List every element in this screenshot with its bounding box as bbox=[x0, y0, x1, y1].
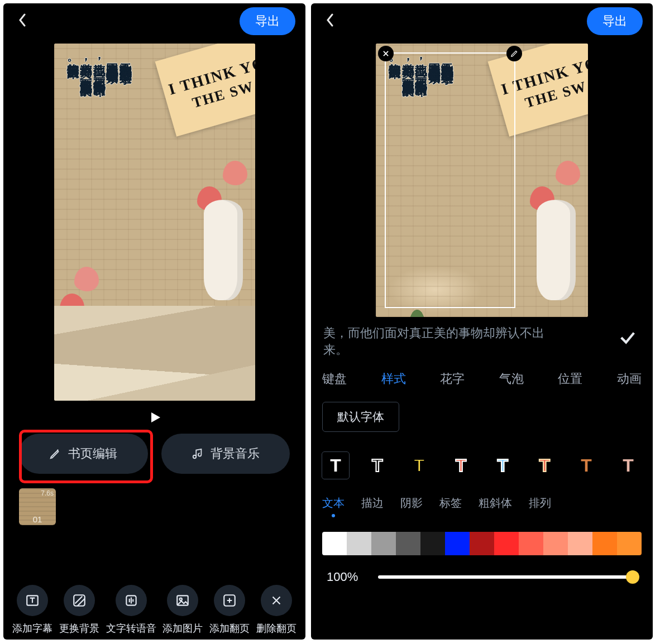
color-swatch[interactable] bbox=[519, 532, 543, 555]
chevron-left-icon bbox=[326, 13, 334, 27]
vertical-text-block: 无数琐碎事务都被冠上了美这个字， 因此真正具有美的事物便被剥夺了崇 高地位，他们… bbox=[66, 54, 132, 75]
tab-style[interactable]: 样式 bbox=[380, 368, 407, 390]
color-swatch[interactable] bbox=[568, 532, 592, 555]
color-swatch[interactable] bbox=[617, 532, 642, 555]
text-input-preview: 美，而他们面对真正美的事物却辨认不出 来。 bbox=[311, 317, 653, 362]
bottom-toolbar: 添加字幕 更换背景 文字转语音 添加图片 添加翻页 删除翻页 bbox=[3, 585, 305, 635]
vtext-col: 高地位，他们把一条裙子一条狗一次布 bbox=[93, 54, 105, 75]
font-default-chip[interactable]: 默认字体 bbox=[322, 402, 399, 432]
tool-tts[interactable]: 文字转语音 bbox=[106, 585, 156, 635]
tab-position[interactable]: 位置 bbox=[557, 368, 584, 390]
tool-add-page[interactable]: 添加翻页 bbox=[209, 585, 250, 635]
vertical-text-block[interactable]: 无数琐碎事务都被冠上了美这个字， 因此真正具有美的事物便被剥夺了崇 高地位，他们… bbox=[388, 54, 453, 75]
tool-delete-page[interactable]: 删除翻页 bbox=[256, 585, 296, 635]
preset-3[interactable]: T bbox=[406, 452, 433, 479]
selection-edit-button[interactable] bbox=[506, 46, 522, 61]
bg-music-button[interactable]: 背景音乐 bbox=[161, 434, 290, 474]
music-note-icon bbox=[192, 448, 204, 460]
preset-5[interactable]: T bbox=[489, 452, 516, 479]
style-tabs: 键盘 样式 花字 气泡 位置 动画 bbox=[311, 362, 653, 395]
vtext-col: 物却辨认不出来。 bbox=[67, 54, 79, 75]
preset-1[interactable]: T bbox=[322, 452, 349, 479]
svg-point-4 bbox=[180, 598, 182, 600]
pencil-icon bbox=[49, 448, 61, 460]
subtab-text[interactable]: 文本 bbox=[322, 496, 345, 517]
papers-pile bbox=[54, 306, 255, 401]
tool-label: 文字转语音 bbox=[106, 622, 156, 635]
tab-bubble[interactable]: 气泡 bbox=[498, 368, 525, 390]
subtab-shadow[interactable]: 阴影 bbox=[400, 496, 423, 517]
color-swatch[interactable] bbox=[592, 532, 617, 555]
vtext-col: 道都称为美，而他们面对真正美的事 bbox=[80, 54, 92, 75]
style-subtabs: 文本 描边 阴影 标签 粗斜体 排列 bbox=[311, 484, 653, 518]
color-swatch[interactable] bbox=[322, 532, 347, 555]
export-button[interactable]: 导出 bbox=[240, 7, 295, 35]
tab-art[interactable]: 花字 bbox=[439, 368, 466, 390]
vase-illustration bbox=[537, 200, 576, 300]
image-icon bbox=[175, 593, 190, 608]
color-swatch[interactable] bbox=[371, 532, 396, 555]
color-swatch[interactable] bbox=[445, 532, 470, 555]
preset-7[interactable]: T bbox=[573, 452, 600, 479]
edit-page-label: 书页编辑 bbox=[68, 445, 117, 462]
color-swatches[interactable] bbox=[322, 532, 642, 555]
preview-area: I THINK YO THE SW 无数琐碎事务都被冠上了美这个字， 因此真正具… bbox=[311, 39, 653, 317]
page-thumb-01[interactable]: 7.6s 01 bbox=[19, 488, 56, 525]
vtext-col: 道都称为美，而他们面对真正美的事 bbox=[401, 54, 414, 75]
export-button[interactable]: 导出 bbox=[587, 7, 643, 35]
subtab-arrange[interactable]: 排列 bbox=[529, 496, 551, 517]
color-swatch[interactable] bbox=[396, 532, 420, 555]
voice-bars-icon bbox=[124, 593, 138, 608]
vtext-col: 无数琐碎事务都被冠上了美这个字， bbox=[119, 54, 131, 75]
pencil-icon bbox=[510, 50, 518, 57]
subtab-stroke[interactable]: 描边 bbox=[361, 496, 384, 517]
preview-canvas[interactable]: I THINK YO THE SW 无数琐碎事务都被冠上了美这个字， 因此真正具… bbox=[54, 44, 255, 401]
preset-4[interactable]: T bbox=[448, 452, 475, 479]
thumb-index: 01 bbox=[19, 515, 56, 524]
color-swatch[interactable] bbox=[347, 532, 371, 555]
play-button[interactable] bbox=[3, 411, 305, 428]
preset-6[interactable]: T bbox=[531, 452, 558, 479]
phone-left: 导出 I THINK YO THE SW 无数琐碎事务都被冠上了美这个字， bbox=[3, 3, 305, 640]
tool-label: 添加图片 bbox=[162, 622, 203, 635]
back-button[interactable] bbox=[321, 9, 339, 33]
tab-keyboard[interactable]: 键盘 bbox=[321, 368, 348, 390]
back-button[interactable] bbox=[13, 9, 31, 33]
x-icon bbox=[269, 593, 284, 608]
chevron-left-icon bbox=[18, 13, 27, 27]
bg-music-label: 背景音乐 bbox=[211, 445, 260, 462]
tool-add-subtitle[interactable]: 添加字幕 bbox=[12, 585, 52, 635]
flower-petal bbox=[74, 267, 99, 291]
vtext-col: 因此真正具有美的事物便被剥夺了崇 bbox=[428, 54, 440, 75]
confirm-button[interactable] bbox=[618, 325, 640, 350]
vtext-col: 高地位，他们把一条裙子一条狗一次布 bbox=[415, 54, 427, 75]
tool-label: 添加翻页 bbox=[209, 622, 250, 635]
opacity-percent: 100% bbox=[327, 570, 366, 584]
tab-anim[interactable]: 动画 bbox=[616, 368, 643, 390]
preset-2[interactable]: T bbox=[364, 452, 391, 479]
color-swatch[interactable] bbox=[470, 532, 494, 555]
preview-area: I THINK YO THE SW 无数琐碎事务都被冠上了美这个字， 因此真正具… bbox=[3, 39, 305, 401]
thumb-duration: 7.6s bbox=[41, 489, 54, 497]
text-style-presets: T T T T T T T T bbox=[311, 439, 653, 484]
preset-8[interactable]: T bbox=[615, 452, 642, 479]
tool-add-image[interactable]: 添加图片 bbox=[162, 585, 203, 635]
tool-change-bg[interactable]: 更换背景 bbox=[59, 585, 99, 635]
diag-lines-icon bbox=[72, 593, 87, 608]
edit-page-button[interactable]: 书页编辑 bbox=[19, 434, 148, 474]
text-box-icon bbox=[25, 593, 40, 608]
color-swatch[interactable] bbox=[494, 532, 519, 555]
preview-canvas[interactable]: I THINK YO THE SW 无数琐碎事务都被冠上了美这个字， 因此真正具… bbox=[376, 44, 588, 317]
color-swatch[interactable] bbox=[420, 532, 445, 555]
selection-close-button[interactable] bbox=[378, 46, 394, 61]
mid-buttons: 书页编辑 背景音乐 bbox=[3, 434, 305, 474]
subtab-bold[interactable]: 粗斜体 bbox=[479, 496, 512, 517]
slider-knob[interactable] bbox=[626, 570, 639, 584]
topbar: 导出 bbox=[311, 3, 653, 39]
check-icon bbox=[618, 328, 637, 347]
opacity-slider[interactable] bbox=[378, 575, 637, 579]
text-preview-line: 美，而他们面对真正美的事物却辨认不出 bbox=[323, 325, 544, 342]
flower-petal bbox=[223, 161, 247, 185]
color-swatch[interactable] bbox=[543, 532, 568, 555]
subtab-tag[interactable]: 标签 bbox=[439, 496, 462, 517]
